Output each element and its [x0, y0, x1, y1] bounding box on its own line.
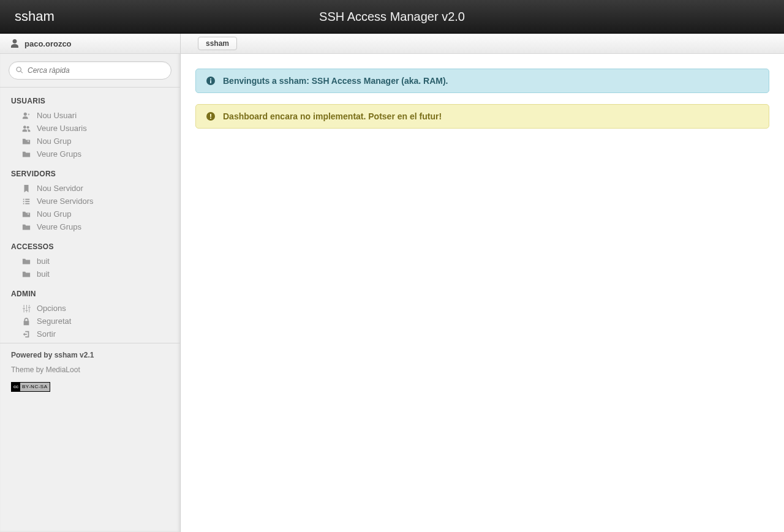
nav-item[interactable]: Nou Servidor [0, 182, 180, 195]
nav-item[interactable]: Veure Usuaris [0, 122, 180, 135]
list-icon [22, 197, 31, 206]
nav-item-label: Opcions [37, 304, 66, 313]
folder-icon [22, 270, 31, 279]
nav-item[interactable]: buit [0, 268, 180, 280]
folder-icon [22, 223, 31, 231]
nav-item-label: Nou Usuari [37, 111, 77, 120]
nav-item[interactable]: Seguretat [0, 315, 180, 328]
breadcrumb[interactable]: ssham [198, 37, 237, 50]
nav-item-label: buit [37, 257, 50, 266]
info-icon [206, 76, 216, 86]
top-bar: ssham SSH Access Manager v2.0 [0, 0, 784, 34]
nav-item-label: Nou Servidor [37, 184, 83, 193]
nav-item[interactable]: Nou Grup [0, 208, 180, 220]
lock-icon [22, 317, 31, 326]
folder-icon [22, 257, 31, 266]
sidebar: paco.orozco USUARISNou UsuariVeure Usuar… [0, 34, 181, 532]
nav-item-label: Veure Servidors [37, 197, 94, 206]
nav-item[interactable]: Nou Usuari [0, 109, 180, 122]
nav-item[interactable]: Veure Servidors [0, 195, 180, 208]
search-box[interactable] [9, 61, 172, 80]
user-icon [10, 39, 20, 48]
alert-warning: Dashboard encara no implementat. Potser … [195, 104, 769, 129]
user-plus-icon [22, 111, 31, 120]
nav-item[interactable]: Veure Grups [0, 220, 180, 233]
nav-item[interactable]: Sortir [0, 328, 180, 340]
nav-item-label: Sortir [37, 329, 56, 339]
theme-by[interactable]: Theme by MediaLoot [11, 365, 169, 374]
user-name: paco.orozco [24, 39, 72, 48]
bookmark-icon [22, 184, 31, 193]
nav-heading: SERVIDORS [0, 160, 180, 182]
nav-item[interactable]: Opcions [0, 302, 180, 315]
sidebar-footer: Powered by ssham v2.1 Theme by MediaLoot… [0, 343, 180, 399]
nav-item-label: Nou Grup [37, 137, 71, 146]
search-input[interactable] [28, 66, 165, 75]
search-icon [15, 66, 24, 75]
folder-icon [22, 150, 31, 159]
nav-item-label: Veure Usuaris [37, 124, 87, 133]
breadcrumb-bar: ssham [181, 34, 784, 54]
folder-plus-icon [22, 210, 31, 219]
nav-item[interactable]: buit [0, 255, 180, 268]
nav-item-label: Veure Grups [37, 222, 81, 231]
sliders-icon [22, 304, 31, 313]
alert-info: Benvinguts a ssham: SSH Access Manager (… [195, 69, 769, 93]
cc-badge-left: cc [12, 383, 20, 391]
search-wrap [0, 54, 180, 88]
nav-item-label: Veure Grups [37, 149, 81, 159]
nav-heading: USUARIS [0, 88, 180, 109]
nav-item[interactable]: Veure Grups [0, 148, 180, 160]
folder-plus-icon [22, 137, 31, 146]
page-title: SSH Access Manager v2.0 [319, 10, 465, 24]
nav-item-label: Seguretat [37, 317, 71, 326]
users-icon [22, 124, 31, 133]
nav-heading: ACCESSOS [0, 233, 180, 255]
nav: USUARISNou UsuariVeure UsuarisNou GrupVe… [0, 88, 180, 343]
nav-item[interactable]: Nou Grup [0, 135, 180, 148]
user-row[interactable]: paco.orozco [0, 34, 180, 54]
alert-warning-text: Dashboard encara no implementat. Potser … [223, 111, 442, 121]
powered-by: Powered by ssham v2.1 [11, 351, 169, 359]
nav-heading: ADMIN [0, 280, 180, 302]
content: Benvinguts a ssham: SSH Access Manager (… [181, 54, 784, 154]
nav-item-label: buit [37, 269, 50, 279]
exit-icon [22, 330, 31, 339]
cc-badge-right: BY-NC-SA [20, 383, 50, 391]
brand[interactable]: ssham [0, 9, 181, 24]
nav-item-label: Nou Grup [37, 209, 71, 219]
alert-info-text: Benvinguts a ssham: SSH Access Manager (… [223, 76, 448, 86]
main: ssham Benvinguts a ssham: SSH Access Man… [181, 34, 784, 532]
warning-icon [206, 111, 216, 121]
cc-badge[interactable]: cc BY-NC-SA [11, 382, 50, 392]
